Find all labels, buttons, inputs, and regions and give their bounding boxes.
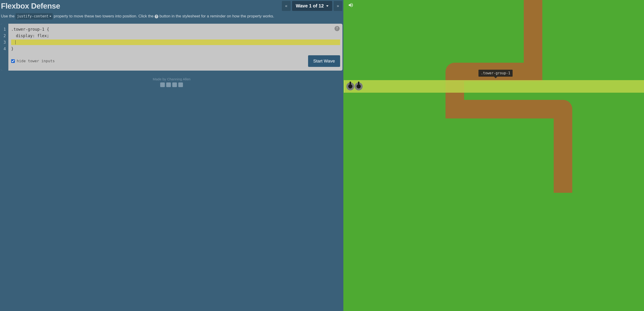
editor-help-button[interactable]: ? — [334, 26, 340, 31]
code-line: .tower-group-1 { — [11, 26, 340, 33]
wave-label: Wave 1 of 12 — [296, 3, 324, 9]
help-icon: ? — [154, 15, 158, 18]
code-line: display: flex; — [11, 33, 340, 39]
tower-group-1 — [344, 80, 644, 93]
linkedin-icon[interactable] — [172, 83, 177, 87]
code-line: } — [11, 46, 340, 52]
wave-nav: « Wave 1 of 12 » — [282, 1, 342, 11]
tower-group-tooltip: .tower-group-1 — [478, 70, 512, 77]
tower[interactable] — [355, 83, 363, 90]
credits: Made by Channing Allen — [1, 77, 342, 87]
instructions-text: Use the justify-content property to move… — [1, 13, 342, 20]
sound-icon[interactable] — [348, 2, 354, 8]
caret-down-icon — [50, 16, 51, 17]
hide-towers-checkbox[interactable] — [11, 59, 15, 63]
app-title: Flexbox Defense — [1, 2, 60, 11]
game-board: .tower-group-1 — [343, 0, 644, 311]
enemy-path — [554, 100, 572, 193]
hide-towers-label: hide tower inputs — [17, 59, 55, 63]
css-editor: 1 2 3 4 ? .tower-group-1 { display: flex… — [1, 24, 342, 71]
github-icon[interactable] — [178, 83, 183, 87]
hide-towers-toggle[interactable]: hide tower inputs — [11, 59, 55, 63]
facebook-icon[interactable] — [160, 83, 165, 87]
wave-select-button[interactable]: Wave 1 of 12 — [292, 1, 332, 11]
next-wave-button[interactable]: » — [334, 1, 342, 11]
prev-wave-button[interactable]: « — [282, 1, 291, 11]
tower[interactable] — [346, 83, 354, 90]
caret-down-icon — [326, 5, 328, 7]
css-input[interactable] — [11, 40, 340, 45]
twitter-icon[interactable] — [166, 83, 171, 87]
line-gutter: 1 2 3 4 — [1, 24, 8, 71]
start-wave-button[interactable]: Start Wave — [308, 55, 340, 67]
property-chip[interactable]: justify-content — [16, 13, 52, 20]
enemy-path — [524, 0, 542, 72]
enemy-path — [446, 100, 572, 118]
